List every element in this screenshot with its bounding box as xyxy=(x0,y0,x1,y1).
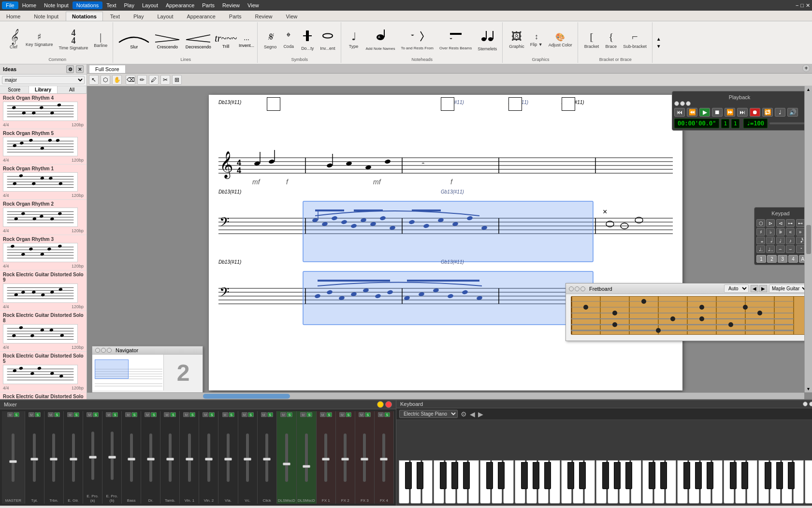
piano-white-key-35[interactable] xyxy=(805,460,812,504)
ch-mute-3[interactable]: M xyxy=(67,412,73,417)
tool-scissors[interactable]: ✂ xyxy=(160,75,170,85)
ch-mute-16[interactable]: M xyxy=(320,412,326,417)
piano-black-key-1-0[interactable] xyxy=(486,462,493,489)
tool-clone[interactable]: ⊞ xyxy=(172,75,182,85)
piano-black-key-3-1[interactable] xyxy=(660,462,667,489)
piano-white-key-34[interactable] xyxy=(793,460,804,504)
kp-sharp[interactable]: ♯ xyxy=(756,228,765,236)
ch-mute-2[interactable]: M xyxy=(48,412,54,417)
tab-review[interactable]: Review xyxy=(248,12,278,21)
playback-slider[interactable] xyxy=(769,122,805,124)
ideas-settings-button[interactable]: ⚙ xyxy=(66,65,74,73)
tab-text[interactable]: Text xyxy=(104,12,126,21)
ch-fader-16[interactable] xyxy=(322,458,330,461)
menu-home[interactable]: Home xyxy=(18,1,40,9)
piano-black-key-1-4[interactable] xyxy=(533,462,539,489)
piano-black-key-1-1[interactable] xyxy=(498,462,505,489)
ch-mute-13[interactable]: M xyxy=(261,412,267,417)
kp-dbl-flat[interactable]: 𝄫 xyxy=(776,228,785,236)
trill-button[interactable]: tr~~~ Trill xyxy=(215,31,237,49)
score-library-item-3[interactable]: Rock Organ Rhythm 2 4/4 120bp xyxy=(0,200,87,235)
menu-parts[interactable]: Parts xyxy=(198,1,218,9)
menu-file[interactable]: File xyxy=(2,1,18,9)
kp-slur[interactable]: ⌣ xyxy=(786,245,795,253)
score-add-tab-button[interactable]: + xyxy=(802,64,810,72)
library-filter-select[interactable]: major xyxy=(2,76,85,84)
tab-notations[interactable]: Notations xyxy=(66,12,103,21)
ch-fader-10[interactable] xyxy=(205,458,213,461)
tool-eraser[interactable]: ⌫ xyxy=(126,75,135,85)
menu-appearance[interactable]: Appearance xyxy=(162,1,198,9)
score-tab-full[interactable]: Full Score xyxy=(89,65,126,73)
ch-mute-9[interactable]: M xyxy=(183,412,189,417)
ch-fader-12[interactable] xyxy=(244,458,251,461)
key-signature-button[interactable]: ♯ Key Signature xyxy=(23,31,56,48)
decrescendo-button[interactable]: Decrescendo xyxy=(184,30,213,49)
playback-next-button[interactable]: ⏩ xyxy=(725,108,735,117)
menu-layout[interactable]: Layout xyxy=(138,1,162,9)
ch-mute-0[interactable]: M xyxy=(7,412,13,417)
piano-black-key-2-3[interactable] xyxy=(602,462,609,489)
sub-bracket-button[interactable]: ⌐ Sub-bracket xyxy=(621,29,649,50)
score-library-item-2[interactable]: Rock Organ Rhythm 1 4/4 120bp xyxy=(0,164,87,200)
kp-voice-1[interactable]: 1 xyxy=(756,255,766,263)
ch-fader-5[interactable] xyxy=(108,456,116,459)
kp-voice-2[interactable]: 2 xyxy=(767,255,777,263)
ch-fader-18[interactable] xyxy=(361,458,368,461)
score-library-item-6[interactable]: Rock Electric Guitar Distorted Solo 8 4/… xyxy=(0,311,87,352)
ch-fader-19[interactable] xyxy=(380,458,388,461)
ch-solo-12[interactable]: S xyxy=(248,412,254,417)
piano-black-key-4-4[interactable] xyxy=(776,462,783,489)
nav-viewport[interactable] xyxy=(95,359,129,379)
kp-note-whole[interactable]: 𝅝 xyxy=(756,237,765,244)
tab-library[interactable]: Library xyxy=(29,86,58,93)
window-close-icon[interactable]: ✕ xyxy=(806,2,810,9)
ch-fader-4[interactable] xyxy=(89,456,97,459)
piano-white-key-30[interactable] xyxy=(747,460,757,504)
ch-solo-18[interactable]: S xyxy=(365,412,371,417)
ch-solo-2[interactable]: S xyxy=(54,412,60,417)
kp-flat[interactable]: ♭ xyxy=(766,228,775,236)
score-library-item-1[interactable]: Rock Organ Rhythm 5 4/4 120bp xyxy=(0,129,87,164)
ch-fader-14[interactable] xyxy=(283,463,290,465)
type-button[interactable]: ♩ Type xyxy=(345,29,362,50)
ch-mute-14[interactable]: M xyxy=(280,412,286,417)
playback-metronome-button[interactable]: ♩ xyxy=(775,108,785,117)
ch-solo-4[interactable]: S xyxy=(93,412,99,417)
score-library-item-7[interactable]: Rock Electric Guitar Distorted Solo 5 4/… xyxy=(0,352,87,392)
piano-black-key-2-1[interactable] xyxy=(579,462,586,489)
keyboard-next-icon[interactable]: ▶ xyxy=(478,410,483,418)
piano-white-key-23[interactable] xyxy=(666,460,676,504)
ch-fader-2[interactable] xyxy=(50,458,58,461)
segno-button[interactable]: 𝄋 Segno xyxy=(261,29,279,51)
tab-home[interactable]: Home xyxy=(0,12,27,21)
ch-fader-17[interactable] xyxy=(341,458,349,461)
ch-fader-9[interactable] xyxy=(186,458,193,461)
keyboard-instrument-select[interactable]: Electric Stage Piano xyxy=(399,410,458,418)
ch-fader-1[interactable] xyxy=(30,458,38,461)
fretboard-prev-btn[interactable]: ◀ xyxy=(751,285,758,292)
ribbon-scroll-down[interactable]: ▼ xyxy=(655,43,662,50)
adjust-color-button[interactable]: 🎨 Adjust Color xyxy=(546,31,575,49)
kp-note-16th[interactable]: 𝅘𝅥𝅯 xyxy=(796,237,805,244)
ch-fader-6[interactable] xyxy=(128,458,135,461)
kp-note-half[interactable]: 𝅗𝅥 xyxy=(766,237,775,244)
piano-black-key-4-1[interactable] xyxy=(741,462,748,489)
piano-black-key-1-5[interactable] xyxy=(544,462,551,489)
ch-mute-19[interactable]: M xyxy=(378,412,384,417)
kp-rest[interactable]: 𝄼 xyxy=(796,245,805,253)
nav-overview[interactable] xyxy=(92,355,164,390)
ch-solo-17[interactable]: S xyxy=(346,412,351,417)
fretboard-next-btn[interactable]: ▶ xyxy=(759,285,767,292)
ch-mute-6[interactable]: M xyxy=(125,412,131,417)
tab-view[interactable]: View xyxy=(280,12,304,21)
piano-white-key-2[interactable] xyxy=(422,460,433,504)
scroll-down-arrow[interactable]: ▼ xyxy=(806,387,811,391)
flip-button[interactable]: ↕ Flip ▼ xyxy=(528,31,545,48)
ch-mute-8[interactable]: M xyxy=(164,412,170,417)
window-maximize-icon[interactable]: □ xyxy=(800,2,804,8)
piano-black-key-2-4[interactable] xyxy=(614,462,621,489)
piano-black-key-4-0[interactable] xyxy=(730,462,737,489)
ch-solo-9[interactable]: S xyxy=(189,412,195,417)
ch-solo-15[interactable]: S xyxy=(306,412,312,417)
